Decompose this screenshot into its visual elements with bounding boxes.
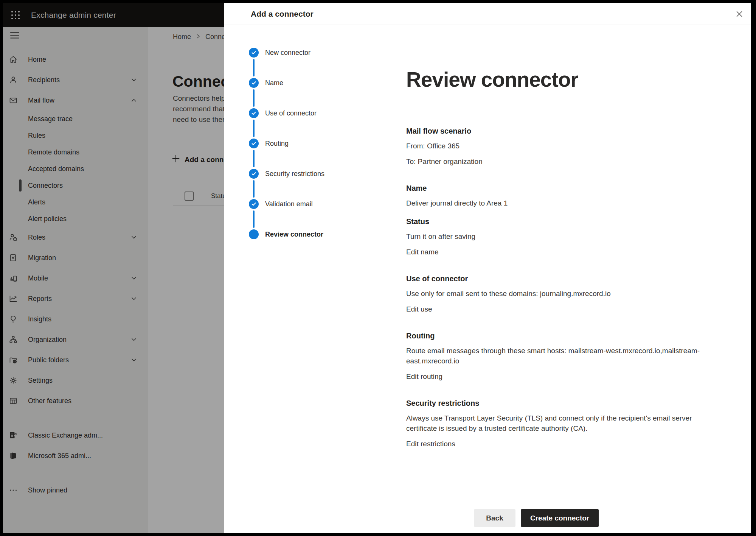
wizard-step-label: New connector [265,49,310,57]
step-complete-check-icon [249,139,259,148]
wizard-step-label: Routing [265,140,289,148]
edit-name-link[interactable]: Edit name [406,247,439,257]
step-current-dot-icon [249,229,259,239]
step-complete-check-icon [249,169,259,179]
review-value-text: From: Office 365 [406,141,703,151]
app-screen: Exchange admin center Home Recipients Ma… [3,3,751,533]
review-value-text: Always use Transport Layer Security (TLS… [406,413,703,433]
review-heading: Review connector [406,68,751,91]
review-value-text: Turn it on after saving [406,231,703,242]
wizard-step-review-connector[interactable]: Review connector [224,219,380,249]
wizard-step-routing[interactable]: Routing [224,128,380,159]
review-section-title: Status [406,217,703,226]
wizard-step-label: Validation email [265,200,313,208]
step-complete-check-icon [249,108,259,118]
review-value-text: Deliver journal directly to Area 1 [406,198,703,208]
wizard-step-label: Use of connector [265,109,317,117]
modal-title: Add a connector [251,9,314,19]
add-connector-modal: Add a connector New connector Name Use o… [224,3,751,533]
create-connector-button[interactable]: Create connector [521,509,599,527]
review-value-text: Use only for email sent to these domains… [406,288,703,299]
back-button[interactable]: Back [474,509,515,527]
step-complete-check-icon [249,199,259,209]
step-complete-check-icon [249,48,259,58]
modal-header: Add a connector [224,3,751,25]
wizard-step-label: Review connector [265,231,323,238]
review-section-title: Name [406,184,703,193]
edit-use-link[interactable]: Edit use [406,304,432,314]
wizard-step-security-restrictions[interactable]: Security restrictions [224,159,380,189]
review-section-title: Mail flow scenario [406,127,703,136]
step-complete-check-icon [249,78,259,88]
edit-routing-link[interactable]: Edit routing [406,371,442,382]
wizard-step-validation-email[interactable]: Validation email [224,189,380,219]
wizard-step-label: Name [265,79,283,87]
review-panel: Review connector Mail flow scenarioFrom:… [380,25,751,503]
review-summary: Mail flow scenarioFrom: Office 365To: Pa… [406,127,751,449]
review-section-title: Routing [406,332,703,340]
modal-body: New connector Name Use of connector Rout… [224,25,751,503]
modal-footer: Back Create connector [224,503,751,533]
wizard-step-new-connector[interactable]: New connector [224,37,380,68]
review-value-text: To: Partner organization [406,156,703,167]
close-icon[interactable] [733,7,746,21]
review-section-title: Use of connector [406,274,703,283]
edit-restrictions-link[interactable]: Edit restrictions [406,439,455,449]
review-section-title: Security restrictions [406,399,703,408]
wizard-stepper: New connector Name Use of connector Rout… [224,25,380,503]
wizard-step-name[interactable]: Name [224,68,380,98]
wizard-step-use-of-connector[interactable]: Use of connector [224,98,380,128]
review-value-text: Route email messages through these smart… [406,346,703,366]
wizard-step-label: Security restrictions [265,170,324,178]
